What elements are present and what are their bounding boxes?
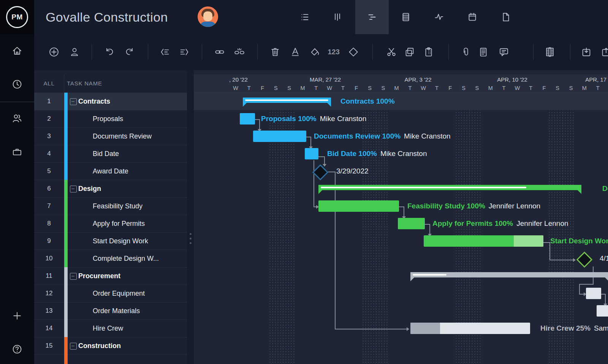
milestone-diamond-icon[interactable] [312,164,328,180]
task-row[interactable]: 7Feasibility Study [34,197,187,215]
dependency-connector [429,224,430,235]
timeline-header: , 20 '22MAR, 27 '22APR, 3 '22APR, 10 '22… [194,74,608,93]
assign-user-button[interactable] [66,43,83,61]
dependency-connector [335,329,407,329]
bar-label-name: Contracts 100% [340,97,395,105]
task-row-number: 11 [34,267,64,285]
home-button[interactable] [8,42,26,60]
task-name: Documents Review [93,128,152,145]
columns-button[interactable] [541,43,559,61]
gantt-task-bar[interactable] [240,113,255,124]
milestone-diamond-icon[interactable] [576,252,592,268]
task-row[interactable]: 3Documents Review [34,128,187,145]
gantt-task-bar[interactable] [424,235,543,247]
task-color-accent [64,250,68,267]
column-all[interactable]: ALL [34,74,64,93]
view-calendar-view[interactable] [456,0,489,34]
redo-button[interactable] [121,43,138,61]
app-logo[interactable]: PM [0,0,34,34]
task-row[interactable]: 11Procurement [34,267,187,285]
outdent-button[interactable] [156,43,174,61]
view-document-view[interactable] [489,0,522,34]
timeline-day-letter: S [472,84,481,92]
task-color-accent [64,180,68,197]
indent-button[interactable] [176,43,193,61]
task-row[interactable]: 12Order Equipment [34,285,187,303]
activity-view-icon [433,11,445,23]
timeline-week-label: , 20 '22 [229,76,248,84]
numbers-icon[interactable]: 123 [325,43,342,61]
gantt-task-bar[interactable] [410,323,530,334]
portfolio-button[interactable] [8,143,26,161]
import-button[interactable] [578,43,595,61]
task-row[interactable]: 1Contracts [34,93,187,110]
paste-button[interactable] [420,43,437,61]
gantt-task-bar[interactable] [253,131,306,142]
milestone-button[interactable] [345,43,362,61]
column-task-name[interactable]: TASK NAME [67,74,102,93]
timeline-day-letter: S [285,84,294,92]
view-activity-view[interactable] [422,0,456,34]
task-row[interactable]: 2Proposals [34,110,187,128]
summary-progress-stripe [321,187,526,188]
calendar-view-icon [467,11,478,23]
collapse-toggle-icon[interactable] [70,186,77,192]
summary-progress-stripe [245,99,328,101]
help-button[interactable] [8,340,26,358]
task-row[interactable]: 9Start Design Work [34,232,187,250]
gantt-task-bar[interactable] [398,218,425,229]
link-tasks-button[interactable] [211,43,228,61]
gantt-task-bar[interactable] [318,200,399,212]
view-list-view[interactable] [288,0,322,34]
attachment-button[interactable] [457,43,475,61]
font-color-button[interactable] [287,43,304,61]
timeline-day-letter: W [325,84,334,92]
task-row[interactable]: 14Hire Crew [34,320,187,337]
task-row-number: 5 [34,162,64,180]
panel-resize-handle[interactable] [187,70,194,364]
toolbar-divider [148,44,148,60]
fill-color-button[interactable] [306,43,324,61]
recent-button[interactable] [8,76,26,93]
gantt-task-bar[interactable] [305,148,318,159]
team-button[interactable] [8,110,26,127]
task-row[interactable] [34,355,187,364]
task-row[interactable]: 8Apply for Permits [34,215,187,233]
task-row-number: 10 [34,250,64,267]
import-icon [581,46,592,58]
delete-button[interactable] [266,43,284,61]
paste-icon [423,46,434,58]
gantt-task-bar[interactable] [597,305,608,317]
task-row[interactable]: 4Bid Date [34,145,187,163]
add-task-button[interactable] [45,43,63,61]
undo-button[interactable] [101,43,118,61]
task-row[interactable]: 6Design [34,180,187,198]
dependency-connector [404,206,404,217]
task-row[interactable]: 15Construction [34,337,187,355]
unlink-tasks-icon [234,46,245,58]
collapse-toggle-icon[interactable] [70,98,77,105]
gantt-chart[interactable]: Contracts 100%Proposals 100%Mike Cransto… [194,70,608,364]
view-board-view[interactable] [321,0,354,34]
task-row-number: 9 [34,232,64,250]
view-gantt-view[interactable] [355,0,389,34]
avatar[interactable] [198,6,218,27]
notes-button[interactable] [475,43,492,61]
task-row[interactable]: 5Award Date [34,162,187,180]
copy-button[interactable] [401,43,418,61]
unlink-tasks-button[interactable] [231,43,248,61]
cut-button[interactable] [383,43,400,61]
timeline-day-letter: S [271,84,280,92]
task-row[interactable]: 10Complete Design W... [34,250,187,268]
export-button[interactable] [597,43,608,61]
collapse-toggle-icon[interactable] [70,273,77,280]
collapse-toggle-icon[interactable] [70,343,77,350]
task-list-header: ALL TASK NAME [34,74,187,93]
comment-button[interactable] [495,43,513,61]
content-area: ALL TASK NAME 1Contracts2Proposals3Docum… [34,70,608,364]
add-button[interactable] [8,307,26,325]
gantt-task-bar[interactable] [586,288,601,299]
view-sheet-view[interactable] [389,0,423,34]
task-name: Complete Design W... [93,250,159,267]
task-row[interactable]: 13Order Materials [34,302,187,320]
